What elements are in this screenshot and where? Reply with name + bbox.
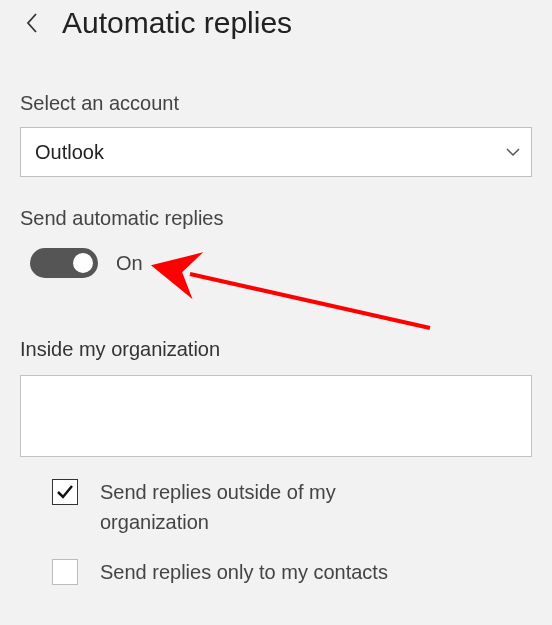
only-contacts-label: Send replies only to my contacts <box>100 557 388 587</box>
page-header: Automatic replies <box>20 0 532 50</box>
toggle-knob <box>73 253 93 273</box>
inside-org-label: Inside my organization <box>20 338 532 361</box>
page-title: Automatic replies <box>62 6 292 40</box>
only-contacts-row: Send replies only to my contacts <box>52 557 532 587</box>
auto-reply-label: Send automatic replies <box>20 207 532 230</box>
send-outside-row: Send replies outside of my organization <box>52 477 532 537</box>
auto-reply-toggle[interactable] <box>30 248 98 278</box>
inside-org-textarea[interactable] <box>20 375 532 457</box>
only-contacts-checkbox[interactable] <box>52 559 78 585</box>
account-label: Select an account <box>20 92 532 115</box>
account-select-wrap: Outlook <box>20 127 532 177</box>
chevron-left-icon <box>25 12 39 34</box>
back-button[interactable] <box>20 11 44 35</box>
auto-reply-toggle-row: On <box>30 248 532 278</box>
account-select[interactable]: Outlook <box>20 127 532 177</box>
send-outside-label: Send replies outside of my organization <box>100 477 440 537</box>
auto-reply-state: On <box>116 252 143 275</box>
send-outside-checkbox[interactable] <box>52 479 78 505</box>
check-icon <box>56 483 74 501</box>
